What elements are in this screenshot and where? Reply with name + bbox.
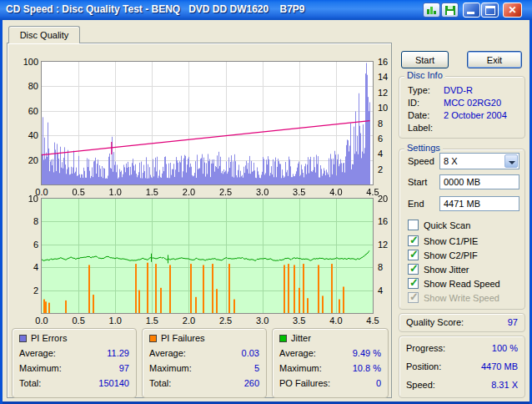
axis-tick-label: 4 [378, 149, 398, 159]
stat-label: Average: [19, 348, 56, 358]
axis-tick-label: 6 [378, 134, 398, 144]
stat-value: 5 [254, 363, 259, 373]
stat-value: 9.49 % [353, 348, 381, 358]
exit-button[interactable]: Exit [467, 51, 522, 68]
checkbox-show-c2-pif[interactable]: ✓Show C2/PIF [408, 250, 518, 261]
quality-score-box: Quality Score: 97 [399, 313, 525, 332]
jitter-legend-swatch [279, 335, 287, 342]
stat-value: 150140 [98, 378, 129, 388]
pi-failures-summary-title: PI Failures [149, 333, 205, 343]
checkbox-box[interactable] [408, 220, 419, 230]
axis-tick-label: 0.5 [68, 187, 88, 197]
axis-tick-label: 6 [12, 240, 38, 250]
chevron-down-icon[interactable] [504, 154, 518, 168]
pi-errors-summary: PI Errors Average:11.29 Maximum:97 Total… [12, 328, 137, 398]
axis-tick-label: 40 [12, 130, 38, 140]
checkbox-box[interactable]: ✓ [408, 264, 419, 275]
minimize-button[interactable] [463, 3, 480, 18]
jitter-chart-canvas [42, 199, 373, 313]
axis-tick-label: 2.5 [216, 187, 236, 197]
status-label: Position: [406, 361, 441, 371]
axis-tick-label: 8 [12, 216, 38, 226]
stat-label: PO Failures: [279, 378, 330, 388]
close-button[interactable]: ✕ [503, 3, 522, 18]
chart-icon [427, 6, 437, 14]
checkbox-quick-scan[interactable]: Quick Scan [408, 220, 518, 231]
start-field[interactable]: 0000 MB [439, 174, 519, 189]
stat-row: Maximum:10.8 % [279, 363, 381, 373]
show-graph-button[interactable] [423, 3, 440, 18]
checkbox-show-c1-pie[interactable]: ✓Show C1/PIE [408, 235, 518, 247]
stat-value: 10.8 % [353, 363, 381, 373]
start-label: Start [408, 177, 427, 187]
checkbox-show-jitter[interactable]: ✓Show Jitter [408, 264, 518, 275]
axis-tick-label: 1.0 [105, 187, 125, 197]
stat-label: Maximum: [279, 363, 322, 373]
tab-disc-quality[interactable]: Disc Quality [8, 26, 80, 43]
checkbox-label: Show C1/PIE [424, 236, 478, 246]
axis-tick-label: 1.0 [105, 316, 125, 326]
maximize-button[interactable] [481, 3, 499, 18]
axis-tick-label: 2.0 [178, 187, 198, 197]
checkbox-box[interactable]: ✓ [408, 250, 419, 260]
axis-tick-label: 20 [12, 155, 38, 165]
stat-row: Maximum:97 [19, 363, 129, 373]
speed-select[interactable]: 8 X [439, 153, 519, 169]
axis-tick-label: 2.0 [178, 316, 198, 326]
save-icon [445, 6, 455, 15]
speed-label: Speed [408, 156, 434, 166]
quality-score-value: 97 [508, 317, 518, 327]
axis-tick-label: 8 [378, 262, 398, 272]
checkbox-label: Show Write Speed [424, 293, 499, 303]
info-label: Label: [408, 123, 433, 133]
jitter-chart [41, 198, 374, 314]
pi-failures-summary: PI Failures Average:0.03 Maximum:5 Total… [142, 328, 267, 398]
disc-info-group-title: Disc Info [404, 70, 445, 80]
stat-label: Average: [279, 348, 316, 358]
status-value: 100 % [492, 343, 518, 353]
quality-score-row: Quality Score: 97 [406, 317, 518, 327]
stat-value: 11.29 [107, 348, 129, 358]
info-label: Type: [408, 85, 430, 95]
checkbox-show-read-speed[interactable]: ✓Show Read Speed [408, 278, 518, 290]
status-row: Progress:100 % [406, 343, 518, 353]
axis-tick-label: 20 [378, 194, 398, 204]
check-icon: ✓ [409, 276, 419, 289]
axis-tick-label: 16 [378, 216, 398, 226]
checkbox-label: Quick Scan [424, 220, 470, 230]
check-icon: ✓ [409, 248, 419, 260]
disc-info-row: Label: [408, 123, 519, 134]
stat-label: Average: [149, 348, 186, 358]
stat-value: 260 [244, 378, 259, 388]
axis-tick-label: 10 [378, 103, 398, 113]
end-field[interactable]: 4471 MB [439, 196, 519, 211]
stat-row: Average:9.49 % [279, 348, 381, 358]
axis-tick-label: 1.5 [142, 316, 162, 326]
disc-info-group: Disc Info Type:DVD-R ID:MCC 02RG20 Date:… [399, 76, 525, 139]
status-box: Progress:100 % Position:4470 MB Speed:8.… [399, 336, 525, 398]
title-bar[interactable]: CD Speed : Disc Quality Test - BENQ DVD … [0, 0, 532, 20]
pi-errors-summary-title: PI Errors [19, 333, 67, 343]
stat-label: Total: [19, 378, 41, 388]
summary-title-label: Jitter [291, 333, 311, 343]
minimize-icon [467, 12, 474, 14]
axis-tick-label: 12 [378, 240, 398, 250]
summary-title-label: PI Errors [31, 333, 67, 343]
axis-tick-label: 4 [378, 285, 398, 295]
checkbox-box[interactable]: ✓ [408, 235, 419, 246]
start-button[interactable]: Start [401, 51, 449, 68]
tab-label: Disc Quality [20, 30, 69, 40]
axis-tick-label: 4.0 [326, 187, 346, 197]
info-value: DVD-R [444, 85, 473, 95]
checkbox-box[interactable]: ✓ [408, 278, 419, 289]
stat-row: PO Failures:0 [279, 378, 381, 388]
axis-tick-label: 4.5 [363, 316, 383, 326]
pi-errors-chart [41, 61, 374, 185]
settings-group-title: Settings [404, 143, 443, 153]
save-results-button[interactable] [441, 3, 459, 18]
info-label: ID: [408, 98, 419, 108]
axis-tick-label: 4.0 [326, 316, 346, 326]
quality-score-label: Quality Score: [406, 317, 464, 327]
axis-tick-label: 12 [378, 88, 398, 98]
check-icon: ✓ [409, 234, 419, 246]
